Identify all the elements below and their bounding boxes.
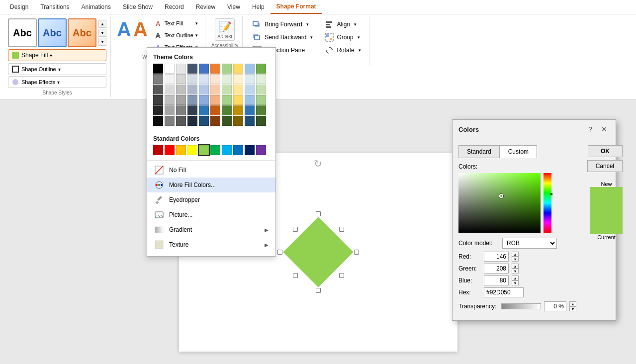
std-swatch-1[interactable]	[153, 145, 163, 155]
handle-bottom[interactable]	[316, 288, 321, 293]
swatch-r3-6[interactable]	[210, 85, 220, 94]
swatch-r6-5[interactable]	[199, 116, 209, 126]
more-fill-colors-item[interactable]: More Fill Colors...	[147, 178, 275, 192]
trans-spin-up[interactable]: ▲	[569, 301, 576, 306]
shape-style-2[interactable]: Abc	[38, 18, 67, 47]
scroll-up[interactable]: ▲	[98, 20, 106, 28]
std-swatch-7[interactable]	[222, 145, 232, 155]
swatch-r4-6[interactable]	[210, 95, 220, 105]
swatch-r5-2[interactable]	[165, 105, 175, 115]
tab-review[interactable]: Review	[190, 0, 221, 13]
handle-bottomright[interactable]	[339, 273, 344, 278]
tab-slideshow[interactable]: Slide Show	[117, 0, 159, 13]
swatch-r6-8[interactable]	[233, 116, 243, 126]
swatch-r2-6[interactable]	[210, 74, 220, 84]
picture-item[interactable]: Picture...	[147, 207, 275, 222]
swatch-r4-3[interactable]	[176, 95, 186, 105]
hue-slider[interactable]	[544, 173, 551, 233]
swatch-r4-7[interactable]	[222, 95, 232, 105]
eyedropper-item[interactable]: Eyedropper	[147, 192, 275, 207]
tab-help[interactable]: Help	[246, 0, 271, 13]
handle-left[interactable]	[277, 250, 282, 255]
std-swatch-10[interactable]	[256, 145, 266, 155]
swatch-r4-8[interactable]	[233, 95, 243, 105]
swatch-lightgreen[interactable]	[222, 64, 232, 74]
swatch-r2-10[interactable]	[256, 74, 266, 84]
swatch-r4-2[interactable]	[165, 95, 175, 105]
swatch-r6-9[interactable]	[245, 116, 255, 126]
swatch-r6-6[interactable]	[210, 116, 220, 126]
transparency-slider[interactable]	[501, 303, 541, 309]
swatch-r6-7[interactable]	[222, 116, 232, 126]
swatch-r2-5[interactable]	[199, 74, 209, 84]
blue-input[interactable]	[484, 275, 509, 285]
tab-standard[interactable]: Standard	[458, 145, 500, 158]
swatch-r3-7[interactable]	[222, 85, 232, 94]
swatch-r2-2[interactable]	[165, 74, 175, 84]
std-swatch-2[interactable]	[165, 145, 175, 155]
handle-bottomleft[interactable]	[293, 273, 298, 278]
shape-outline-button[interactable]: Shape Outline ▾	[8, 63, 106, 75]
swatch-r2-4[interactable]	[187, 74, 197, 84]
swatch-r5-5[interactable]	[199, 105, 209, 115]
swatch-r5-7[interactable]	[222, 105, 232, 115]
scroll-expand[interactable]: ▾	[98, 38, 106, 46]
swatch-r5-1[interactable]	[153, 105, 163, 115]
swatch-r5-8[interactable]	[233, 105, 243, 115]
tab-animations[interactable]: Animations	[76, 0, 117, 13]
swatch-r4-9[interactable]	[245, 95, 255, 105]
swatch-r5-10[interactable]	[256, 105, 266, 115]
cancel-button[interactable]: Cancel	[587, 160, 623, 172]
gradient-item[interactable]: Gradient ▶	[147, 222, 275, 237]
swatch-r3-9[interactable]	[245, 85, 255, 94]
shape-style-3[interactable]: Abc	[68, 18, 96, 47]
tab-shape-format[interactable]: Shape Format	[271, 0, 322, 14]
color-cursor[interactable]	[499, 194, 503, 198]
dialog-help-btn[interactable]: ?	[585, 124, 596, 135]
texture-item[interactable]: Texture ▶	[147, 237, 275, 252]
green-spin-down[interactable]: ▼	[512, 269, 519, 273]
swatch-r6-10[interactable]	[256, 116, 266, 126]
swatch-lightblue[interactable]	[245, 64, 255, 74]
swatch-black[interactable]	[153, 64, 163, 74]
text-fill-btn[interactable]: A Text Fill ▾	[152, 18, 201, 28]
tab-custom[interactable]: Custom	[500, 145, 537, 158]
swatch-navy[interactable]	[187, 64, 197, 74]
bring-forward-btn[interactable]: Bring Forward ▾	[249, 18, 317, 30]
swatch-blue[interactable]	[199, 64, 209, 74]
swatch-lightgray[interactable]	[176, 64, 186, 74]
swatch-r3-4[interactable]	[187, 85, 197, 94]
swatch-r2-7[interactable]	[222, 74, 232, 84]
swatch-green[interactable]	[256, 64, 266, 74]
scroll-down[interactable]: ▼	[98, 29, 106, 37]
tab-transitions[interactable]: Transitions	[34, 0, 75, 13]
std-swatch-6[interactable]	[210, 145, 220, 155]
swatch-r2-8[interactable]	[233, 74, 243, 84]
trans-spin-down[interactable]: ▼	[569, 306, 576, 311]
swatch-r3-2[interactable]	[165, 85, 175, 94]
std-swatch-5[interactable]	[199, 145, 209, 155]
blue-spin-down[interactable]: ▼	[512, 280, 519, 285]
handle-top[interactable]	[316, 211, 321, 216]
shape-effects-button[interactable]: Shape Effects ▾	[8, 76, 106, 88]
transparency-input[interactable]	[544, 301, 566, 311]
swatch-r3-8[interactable]	[233, 85, 243, 94]
alt-text-button[interactable]: 📝 Alt Text	[215, 18, 235, 41]
group-btn[interactable]: Group ▾	[321, 31, 364, 43]
red-input[interactable]	[484, 252, 509, 262]
handle-topleft[interactable]	[293, 227, 298, 232]
swatch-r3-1[interactable]	[153, 85, 163, 94]
tab-design[interactable]: Design	[4, 0, 34, 13]
shape-fill-button[interactable]: Shape Fill ▾	[8, 49, 106, 61]
shape-style-1[interactable]: Abc	[8, 18, 37, 47]
std-swatch-9[interactable]	[245, 145, 255, 155]
blue-spin-up[interactable]: ▲	[512, 275, 519, 280]
swatch-r6-2[interactable]	[165, 116, 175, 126]
swatch-r5-3[interactable]	[176, 105, 186, 115]
hex-input[interactable]	[484, 287, 524, 297]
red-spin-down[interactable]: ▼	[512, 257, 519, 262]
text-outline-btn[interactable]: A Text Outline ▾	[152, 30, 201, 40]
swatch-yellow[interactable]	[233, 64, 243, 74]
swatch-r4-1[interactable]	[153, 95, 163, 105]
swatch-r2-9[interactable]	[245, 74, 255, 84]
